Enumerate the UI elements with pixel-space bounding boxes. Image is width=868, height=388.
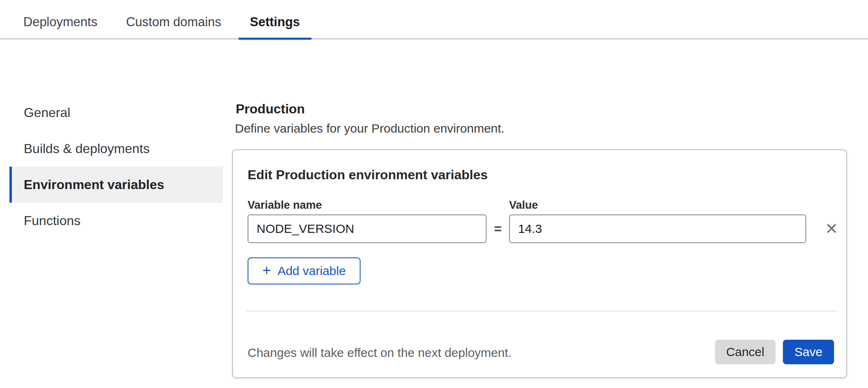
value-label: Value bbox=[509, 198, 538, 212]
remove-variable-button[interactable]: ✕ bbox=[819, 214, 844, 243]
card-divider bbox=[246, 311, 837, 311]
card-title: Edit Production environment variables bbox=[248, 167, 488, 183]
tab-custom-domains[interactable]: Custom domains bbox=[115, 0, 233, 39]
variable-name-label: Variable name bbox=[248, 198, 322, 212]
footer-note: Changes will take effect on the next dep… bbox=[248, 345, 512, 360]
tab-settings[interactable]: Settings bbox=[239, 0, 311, 39]
equals-sign: = bbox=[487, 214, 509, 243]
variable-value-input[interactable] bbox=[509, 214, 806, 243]
add-variable-button[interactable]: + Add variable bbox=[248, 257, 361, 284]
plus-icon: + bbox=[262, 263, 271, 278]
sidebar-item-functions[interactable]: Functions bbox=[9, 203, 223, 239]
close-icon: ✕ bbox=[825, 221, 838, 237]
section-title: Production bbox=[236, 101, 305, 117]
tab-bar: Deployments Custom domains Settings bbox=[0, 0, 868, 39]
environment-variables-card: Edit Production environment variables Va… bbox=[232, 149, 847, 378]
section-description: Define variables for your Production env… bbox=[235, 121, 505, 136]
sidebar-item-environment-variables[interactable]: Environment variables bbox=[9, 167, 223, 203]
save-button[interactable]: Save bbox=[783, 340, 834, 364]
sidebar-item-general[interactable]: General bbox=[9, 95, 223, 131]
add-variable-label: Add variable bbox=[277, 264, 346, 278]
cancel-button[interactable]: Cancel bbox=[715, 340, 776, 364]
settings-sidebar: General Builds & deployments Environment… bbox=[9, 95, 223, 239]
tab-deployments[interactable]: Deployments bbox=[12, 0, 109, 39]
variable-name-input[interactable] bbox=[248, 214, 487, 243]
sidebar-item-builds-deployments[interactable]: Builds & deployments bbox=[9, 131, 223, 167]
